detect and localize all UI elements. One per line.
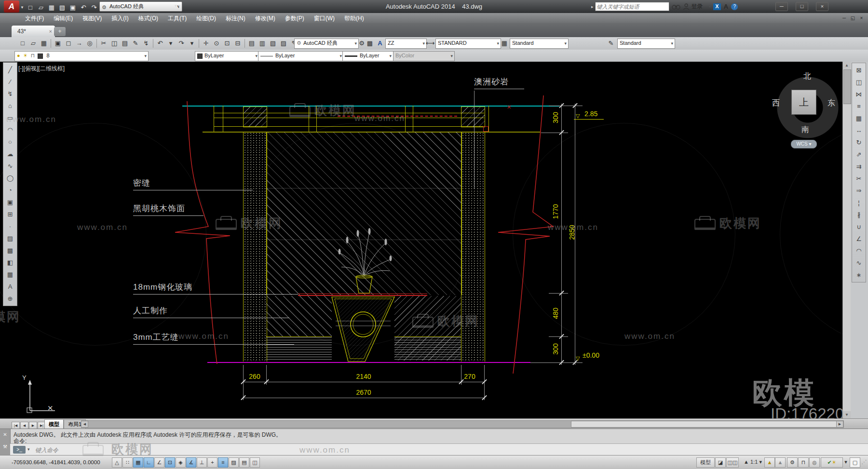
plot-preview-icon[interactable]: ◻ (63, 39, 74, 48)
infocenter-collapse-icon[interactable]: ▸ (591, 4, 594, 9)
open-icon[interactable]: ▱ (28, 39, 39, 48)
command-close-icon[interactable]: ✕ (0, 432, 10, 437)
menu-item[interactable]: 视图(V) (78, 13, 107, 24)
menu-item[interactable]: 插入(I) (107, 13, 133, 24)
osnap-toggle[interactable]: ⊡ (165, 457, 175, 468)
command-dropdown-icon[interactable]: ▾ (27, 447, 30, 452)
search-binoculars-icon[interactable] (671, 3, 681, 10)
point-icon[interactable]: · (4, 220, 16, 232)
annotation-visibility-icon[interactable]: ▲ (764, 457, 775, 468)
text-style-icon[interactable]: A (375, 39, 385, 48)
menu-item[interactable]: 编辑(E) (49, 13, 78, 24)
menu-item[interactable]: 修改(M) (250, 13, 280, 24)
coordinate-readout[interactable]: -705930.6648, -41841.4039, 0.0000 (12, 459, 100, 465)
properties-icon[interactable]: ▤ (246, 39, 257, 48)
make-block-icon[interactable]: ⊞ (4, 208, 16, 220)
3d-dwf-icon[interactable]: ◎ (84, 39, 95, 48)
spline-icon[interactable]: ∿ (4, 160, 16, 172)
publish-icon[interactable]: → (74, 39, 84, 48)
revision-cloud-icon[interactable]: ☁ (4, 148, 16, 160)
gradient-icon[interactable]: ▩ (4, 244, 16, 256)
match-properties-icon[interactable]: ✎ (130, 39, 141, 48)
exchange-apps-icon[interactable]: X (713, 3, 721, 10)
offset-icon[interactable]: ≡ (853, 100, 865, 112)
scroll-down-icon[interactable]: ▼ (843, 411, 851, 418)
doc-restore-button[interactable]: ◱ (849, 15, 857, 22)
horizontal-scroll-thumb[interactable] (571, 421, 837, 428)
mirror-icon[interactable]: ⋈ (853, 88, 865, 100)
sign-in-link[interactable]: 登录 (692, 2, 703, 11)
lineweight-toggle[interactable]: ≡ (218, 457, 228, 468)
dim-style-combo[interactable]: STANDARD (435, 39, 501, 49)
region-icon[interactable]: ◧ (4, 256, 16, 268)
menu-item[interactable]: 窗口(W) (309, 13, 339, 24)
zoom-window-icon[interactable]: ⊡ (222, 39, 232, 48)
command-input[interactable]: >_ ▾ 键入命令 欧模网 www.om.cn (10, 443, 868, 456)
hardware-acceleration-group[interactable]: ✔☀ (821, 457, 843, 468)
workspace-dropdown[interactable]: ⚙ AutoCAD 经典 (99, 1, 182, 12)
isolate-objects-icon[interactable]: ◍ (809, 457, 820, 468)
viewcube-east[interactable]: 东 (827, 98, 835, 108)
menu-item[interactable]: 帮助(H) (339, 13, 369, 24)
mleader-style-icon[interactable]: ✎ (606, 39, 616, 48)
rotate-icon[interactable]: ↻ (853, 136, 865, 148)
hatch-icon[interactable]: ▨ (4, 232, 16, 244)
scroll-up-icon[interactable]: ▲ (843, 62, 851, 69)
plot-icon[interactable]: ▣ (68, 3, 78, 13)
redo-icon[interactable]: ↷ (176, 39, 187, 48)
save-as-icon[interactable]: ▧ (57, 3, 68, 13)
design-center-icon[interactable]: ▥ (257, 39, 268, 48)
polar-toggle[interactable]: ∠ (154, 457, 164, 468)
erase-icon[interactable]: ⊠ (853, 64, 865, 76)
new-icon[interactable]: □ (17, 39, 28, 48)
add-selected-icon[interactable]: ⊕ (4, 293, 16, 305)
annotation-autoscale-icon[interactable]: ▲ (775, 457, 786, 468)
selection-cycling-toggle[interactable]: ◫ (250, 457, 260, 468)
3d-osnap-toggle[interactable]: ◈ (176, 457, 186, 468)
viewcube-north[interactable]: 北 (803, 71, 811, 81)
zoom-realtime-icon[interactable]: ⊙ (211, 39, 222, 48)
table-icon[interactable]: ▦ (4, 268, 16, 281)
close-button[interactable]: × (816, 2, 828, 11)
tool-palettes-icon[interactable]: ▧ (268, 39, 278, 48)
otrack-toggle[interactable]: ∡ (186, 457, 196, 468)
menu-item[interactable]: 参数(P) (280, 13, 309, 24)
model-space-button[interactable]: 模型 (696, 457, 715, 468)
menu-item[interactable]: 格式(O) (134, 13, 163, 24)
ortho-toggle[interactable]: ∟ (144, 457, 154, 468)
tab-model[interactable]: 模型 (44, 419, 64, 429)
layer-on-bulb-icon[interactable]: ● (17, 53, 20, 58)
redo-icon[interactable]: ↷ (89, 3, 99, 13)
viewcube-south[interactable]: 南 (801, 125, 809, 135)
new-tab-button[interactable]: + (54, 27, 66, 36)
scale-icon[interactable]: ⇗ (853, 148, 865, 161)
search-input[interactable] (595, 2, 669, 11)
vertical-scroll-thumb[interactable] (843, 69, 851, 104)
maximize-button[interactable]: □ (796, 2, 808, 11)
tab-close-icon[interactable]: × (49, 26, 52, 37)
menu-item[interactable]: 文件(F) (20, 13, 49, 24)
save-icon[interactable]: ▦ (46, 3, 57, 13)
doc-minimize-button[interactable]: ─ (840, 15, 848, 22)
text-style-combo[interactable]: ZZ (385, 39, 427, 49)
command-customize-wrench-icon[interactable]: ⚒ (0, 444, 10, 449)
open-icon[interactable]: ▱ (36, 3, 46, 13)
table-style-combo[interactable]: Standard (510, 39, 569, 49)
menu-item[interactable]: 标注(N) (221, 13, 250, 24)
circle-icon[interactable]: ○ (4, 136, 16, 148)
stretch-icon[interactable]: ⇉ (853, 161, 865, 173)
undo-icon[interactable]: ↶ (155, 39, 165, 48)
copy-clip-icon[interactable]: ◫ (109, 39, 120, 48)
undo-dropdown-icon[interactable]: ▾ (165, 39, 176, 48)
ellipse-icon[interactable]: ◯ (4, 172, 16, 184)
scroll-left-icon[interactable]: ◀ (81, 421, 88, 428)
workspaces-combo[interactable]: ⚙AutoCAD 经典 (294, 39, 359, 49)
command-window-grip[interactable]: ✕ ⚒ (0, 429, 11, 456)
table-style-icon[interactable]: ▦ (499, 39, 510, 48)
menu-item[interactable]: 工具(T) (163, 13, 191, 24)
viewport-controls[interactable]: [-][俯视][二维线框] (18, 65, 65, 73)
clean-screen-button[interactable]: ▢ (850, 457, 860, 468)
menu-item[interactable]: 绘图(D) (191, 13, 221, 24)
extend-icon[interactable]: ⇒ (853, 185, 865, 197)
paste-icon[interactable]: ▤ (120, 39, 130, 48)
